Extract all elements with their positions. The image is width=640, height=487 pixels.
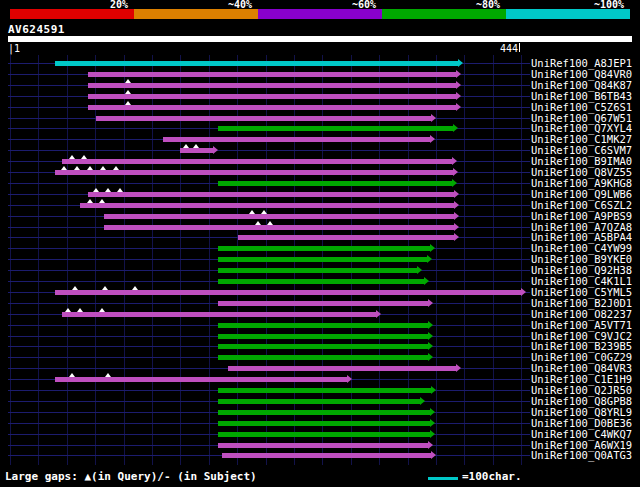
arrow-right-icon bbox=[456, 70, 461, 78]
alignment-bar[interactable] bbox=[218, 301, 428, 306]
arrow-right-icon bbox=[431, 114, 436, 122]
alignment-bar[interactable] bbox=[218, 344, 428, 349]
arrow-right-icon bbox=[431, 451, 436, 459]
arrow-right-icon bbox=[453, 124, 458, 132]
alignment-bar[interactable] bbox=[218, 410, 430, 415]
arrow-right-icon bbox=[420, 397, 425, 405]
alignment-plot: UniRef100_A8JEP1UniRef100_Q84VR0UniRef10… bbox=[0, 0, 640, 487]
alignment-bar[interactable] bbox=[88, 192, 454, 197]
alignment-bar[interactable] bbox=[218, 334, 428, 339]
gap-marker-icon bbox=[65, 308, 71, 312]
arrow-right-icon bbox=[456, 92, 461, 100]
alignment-bar[interactable] bbox=[218, 257, 427, 262]
arrow-right-icon bbox=[456, 81, 461, 89]
arrow-right-icon bbox=[417, 266, 422, 274]
alignment-bar[interactable] bbox=[88, 105, 456, 110]
gap-marker-icon bbox=[125, 101, 131, 105]
gap-legend-text: Large gaps: ▲(in Query)/- (in Subject) bbox=[5, 470, 257, 483]
alignment-bar[interactable] bbox=[88, 72, 456, 77]
arrow-right-icon bbox=[428, 299, 433, 307]
alignment-bar[interactable] bbox=[218, 268, 417, 273]
arrow-right-icon bbox=[456, 364, 461, 372]
grid-line bbox=[38, 55, 39, 465]
scale-length-line bbox=[428, 477, 458, 480]
arrow-right-icon bbox=[428, 332, 433, 340]
alignment-bar[interactable] bbox=[104, 225, 454, 230]
arrow-right-icon bbox=[456, 103, 461, 111]
gap-marker-icon bbox=[74, 166, 80, 170]
alignment-bar[interactable] bbox=[218, 181, 452, 186]
gap-marker-icon bbox=[69, 373, 75, 377]
alignment-bar[interactable] bbox=[218, 323, 428, 328]
gap-marker-icon bbox=[61, 166, 67, 170]
gap-marker-icon bbox=[102, 286, 108, 290]
grid-line bbox=[493, 55, 494, 465]
alignment-bar[interactable] bbox=[55, 61, 458, 66]
gap-marker-icon bbox=[249, 210, 255, 214]
arrow-right-icon bbox=[454, 223, 459, 231]
gap-marker-icon bbox=[125, 90, 131, 94]
alignment-bar[interactable] bbox=[88, 94, 456, 99]
alignment-bar[interactable] bbox=[222, 453, 431, 458]
arrow-right-icon bbox=[454, 212, 459, 220]
alignment-bar[interactable] bbox=[80, 203, 454, 208]
arrow-right-icon bbox=[452, 179, 457, 187]
grid-line bbox=[10, 55, 11, 465]
arrow-right-icon bbox=[376, 310, 381, 318]
arrow-right-icon bbox=[454, 233, 459, 241]
alignment-bar[interactable] bbox=[55, 170, 453, 175]
gap-marker-icon bbox=[87, 199, 93, 203]
alignment-bar[interactable] bbox=[88, 83, 456, 88]
arrow-right-icon bbox=[428, 321, 433, 329]
blast-overview-screen: 20%~40%~60%~80%~100% AV624591 |1 444 Uni… bbox=[0, 0, 640, 487]
arrow-right-icon bbox=[427, 255, 432, 263]
gap-marker-icon bbox=[77, 308, 83, 312]
alignment-bar[interactable] bbox=[218, 126, 453, 131]
arrow-right-icon bbox=[428, 441, 433, 449]
gap-marker-icon bbox=[113, 166, 119, 170]
alignment-bar[interactable] bbox=[218, 355, 428, 360]
gap-marker-icon bbox=[105, 373, 111, 377]
hit-accession-label[interactable]: UniRef100_Q0ATG3 bbox=[531, 450, 632, 461]
gap-marker-icon bbox=[193, 144, 199, 148]
grid-line bbox=[521, 55, 522, 465]
gap-marker-icon bbox=[99, 308, 105, 312]
arrow-right-icon bbox=[430, 419, 435, 427]
arrow-right-icon bbox=[458, 59, 463, 67]
arrow-right-icon bbox=[454, 190, 459, 198]
gap-marker-icon bbox=[69, 155, 75, 159]
alignment-bar[interactable] bbox=[180, 148, 213, 153]
gap-marker-icon bbox=[81, 155, 87, 159]
alignment-bar[interactable] bbox=[55, 377, 347, 382]
gap-marker-icon bbox=[255, 221, 261, 225]
arrow-right-icon bbox=[453, 168, 458, 176]
alignment-bar[interactable] bbox=[228, 366, 456, 371]
alignment-bar[interactable] bbox=[218, 279, 424, 284]
scale-length-label: =100char. bbox=[462, 470, 522, 483]
alignment-bar[interactable] bbox=[218, 432, 430, 437]
gap-marker-icon bbox=[72, 286, 78, 290]
alignment-bar[interactable] bbox=[218, 421, 430, 426]
gap-marker-icon bbox=[87, 166, 93, 170]
arrow-right-icon bbox=[431, 386, 436, 394]
gap-marker-icon bbox=[125, 79, 131, 83]
alignment-bar[interactable] bbox=[218, 246, 430, 251]
alignment-bar[interactable] bbox=[55, 290, 521, 295]
arrow-right-icon bbox=[521, 288, 526, 296]
grid-line bbox=[464, 55, 465, 465]
alignment-bar[interactable] bbox=[96, 116, 431, 121]
alignment-bar[interactable] bbox=[62, 159, 452, 164]
alignment-bar[interactable] bbox=[218, 388, 431, 393]
alignment-bar[interactable] bbox=[163, 137, 430, 142]
alignment-bar[interactable] bbox=[218, 443, 428, 448]
arrow-right-icon bbox=[430, 430, 435, 438]
arrow-right-icon bbox=[428, 353, 433, 361]
alignment-bar[interactable] bbox=[104, 214, 454, 219]
alignment-bar[interactable] bbox=[238, 235, 454, 240]
row-track-line bbox=[8, 150, 530, 151]
gap-marker-icon bbox=[99, 199, 105, 203]
alignment-bar[interactable] bbox=[62, 312, 376, 317]
arrow-right-icon bbox=[213, 146, 218, 154]
gap-marker-icon bbox=[100, 166, 106, 170]
alignment-bar[interactable] bbox=[218, 399, 420, 404]
